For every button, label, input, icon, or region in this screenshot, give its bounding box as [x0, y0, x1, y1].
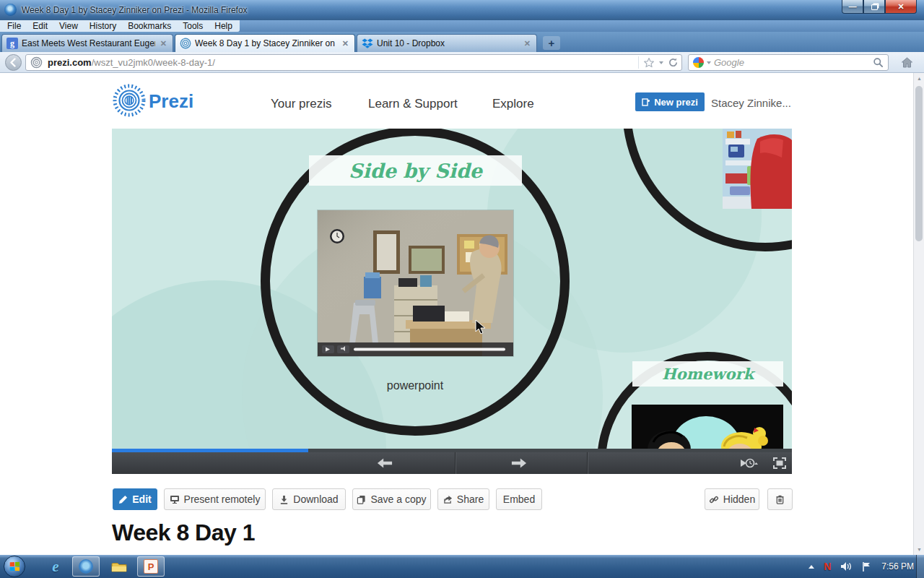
scroll-down-icon[interactable]: ▼: [917, 547, 922, 552]
tab-close-icon[interactable]: ✕: [341, 39, 350, 48]
tab-label: Unit 10 - Dropbox: [377, 38, 519, 48]
previous-step-button[interactable]: [368, 452, 401, 474]
share-button[interactable]: Share: [437, 488, 489, 510]
new-prezi-button[interactable]: New prezi: [635, 92, 705, 111]
search-engine-dropdown-icon[interactable]: [707, 61, 711, 64]
menu-edit[interactable]: Edit: [32, 21, 48, 31]
user-menu[interactable]: Stacey Zinnike...: [711, 97, 791, 109]
desktop: Week 8 Day 1 by Stacey Zinniker on Prezi…: [0, 0, 924, 578]
reload-icon[interactable]: [668, 57, 679, 68]
embed-button[interactable]: Embed: [496, 488, 542, 510]
bookmark-star-icon[interactable]: [643, 57, 655, 69]
download-label: Download: [293, 493, 338, 505]
volume-icon[interactable]: [840, 561, 852, 571]
download-button[interactable]: Download: [272, 488, 346, 510]
back-button[interactable]: [5, 54, 22, 71]
hidden-label: Hidden: [723, 493, 755, 505]
delete-button[interactable]: [767, 488, 793, 510]
dropbox-favicon: [362, 38, 373, 49]
tab-week8day1[interactable]: Week 8 Day 1 by Stacey Zinniker on P... …: [175, 34, 355, 52]
trash-icon: [775, 494, 785, 504]
search-magnifier-icon[interactable]: [873, 57, 884, 68]
bookmark-dropdown-icon[interactable]: [659, 61, 663, 64]
taskbar-ie-icon[interactable]: e: [43, 556, 68, 577]
new-tab-button[interactable]: +: [543, 36, 560, 50]
tray-n-icon[interactable]: N: [824, 561, 831, 572]
photo-store-scene: [723, 129, 792, 209]
url-bar[interactable]: prezi.com/wszt_vu2jmk0/week-8-day-1/: [25, 54, 682, 71]
action-center-flag-icon[interactable]: [861, 561, 872, 572]
restore-icon: [871, 4, 878, 10]
minimize-button[interactable]: —: [842, 0, 863, 14]
menu-file[interactable]: File: [7, 21, 21, 31]
present-remotely-button[interactable]: Present remotely: [164, 488, 266, 510]
menu-view[interactable]: View: [59, 21, 78, 31]
tab-strip: g East Meets West Restaurant Eugene, ...…: [0, 32, 924, 52]
taskbar-firefox-button[interactable]: [72, 556, 100, 577]
left-arrow-icon: [377, 457, 393, 469]
window-controls: — ✕: [842, 0, 917, 14]
nav-explore[interactable]: Explore: [492, 97, 534, 111]
window-titlebar[interactable]: Week 8 Day 1 by Stacey Zinniker on Prezi…: [0, 0, 924, 20]
prezi-canvas[interactable]: Side by Side: [112, 129, 792, 449]
browser-viewport: Prezi Your prezis Learn & Support Explor…: [0, 73, 924, 555]
cartoon-kids-image: [632, 405, 783, 449]
next-step-button[interactable]: [502, 452, 536, 474]
frame-title-side-by-side: Side by Side: [309, 155, 522, 186]
autoplay-icon: [739, 457, 758, 470]
fullscreen-button[interactable]: [767, 452, 792, 474]
share-label: Share: [457, 493, 484, 505]
scrollbar-thumb[interactable]: [915, 86, 923, 241]
share-icon: [443, 495, 453, 504]
back-arrow-icon: [9, 58, 18, 67]
clock[interactable]: 7:56 PM: [881, 561, 914, 571]
prezi-logo[interactable]: [112, 83, 147, 118]
scroll-up-icon[interactable]: ▲: [917, 76, 922, 81]
google-favicon: g: [6, 38, 18, 49]
taskbar: e P N 7:56 PM: [0, 555, 924, 578]
menu-bookmarks[interactable]: Bookmarks: [128, 21, 171, 31]
tray-expand-icon[interactable]: [808, 565, 814, 569]
tab-east-meets-west[interactable]: g East Meets West Restaurant Eugene, ...…: [1, 34, 173, 52]
search-box[interactable]: [688, 54, 889, 71]
close-button[interactable]: ✕: [885, 0, 917, 14]
restore-button[interactable]: [863, 0, 885, 14]
window-title: Week 8 Day 1 by Stacey Zinniker on Prezi…: [22, 5, 248, 15]
save-a-copy-label: Save a copy: [370, 493, 426, 505]
start-button[interactable]: [4, 556, 25, 577]
download-icon: [279, 495, 289, 504]
search-input[interactable]: [714, 57, 870, 68]
taskbar-explorer-button[interactable]: [107, 556, 131, 577]
tab-close-icon[interactable]: ✕: [159, 39, 168, 48]
menu-history[interactable]: History: [90, 21, 116, 31]
browser-scrollbar[interactable]: ▲ ▼: [913, 73, 924, 555]
taskbar-powerpoint-button[interactable]: P: [137, 556, 165, 577]
firefox-icon: [4, 4, 17, 16]
video-caption: powerpoint: [343, 379, 487, 392]
prezi-brand-text[interactable]: Prezi: [149, 90, 193, 113]
nav-your-prezis[interactable]: Your prezis: [271, 97, 331, 111]
copy-icon: [357, 495, 366, 504]
google-search-engine-icon[interactable]: [693, 57, 704, 68]
monitor-icon: [170, 495, 180, 504]
folder-icon: [111, 561, 127, 573]
new-prezi-label: New prezi: [654, 97, 698, 108]
site-identity-icon: [30, 56, 43, 69]
tab-label: Week 8 Day 1 by Stacey Zinniker on P...: [195, 38, 337, 48]
menu-tools[interactable]: Tools: [183, 21, 203, 31]
pencil-icon: [118, 495, 128, 504]
edit-button[interactable]: Edit: [113, 488, 157, 510]
page-title: Week 8 Day 1: [112, 519, 255, 546]
hidden-visibility-button[interactable]: Hidden: [705, 488, 759, 510]
divider: [455, 452, 456, 474]
show-desktop-button[interactable]: [916, 555, 924, 578]
prezi-control-bar: [112, 452, 792, 474]
home-icon: [901, 57, 913, 68]
home-button[interactable]: [896, 54, 918, 71]
tab-dropbox[interactable]: Unit 10 - Dropbox ✕: [357, 34, 537, 52]
save-a-copy-button[interactable]: Save a copy: [352, 488, 431, 510]
tab-close-icon[interactable]: ✕: [523, 39, 532, 48]
menu-help[interactable]: Help: [214, 21, 232, 31]
nav-learn-support[interactable]: Learn & Support: [368, 97, 458, 111]
autoplay-button[interactable]: [734, 452, 763, 474]
